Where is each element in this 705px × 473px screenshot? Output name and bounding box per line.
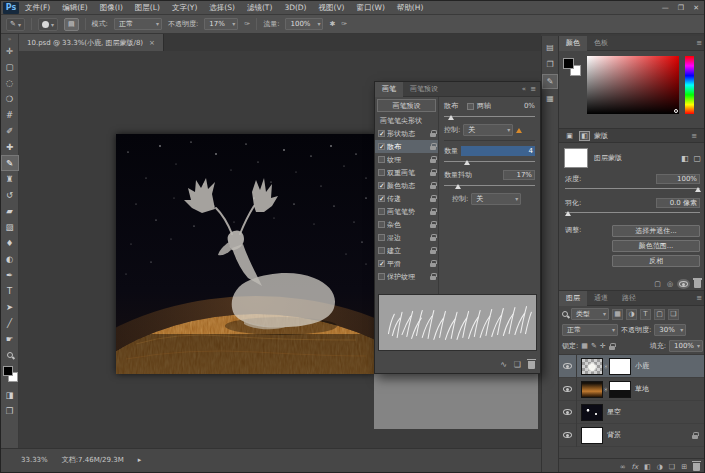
collapsed-panel-2-icon[interactable]: ❐ bbox=[542, 57, 558, 72]
count-value-field[interactable]: 4 bbox=[461, 146, 535, 156]
layer-name[interactable]: 背景 bbox=[607, 430, 621, 440]
fill-select[interactable]: 100% bbox=[669, 340, 703, 352]
foreground-color-chip[interactable] bbox=[563, 58, 574, 69]
density-value[interactable]: 100% bbox=[656, 174, 700, 184]
saturation-brightness-field[interactable] bbox=[587, 56, 679, 114]
tab-channels[interactable]: 通道 bbox=[587, 291, 615, 306]
filter-adjustment-icon[interactable]: ◑ bbox=[626, 309, 637, 320]
pen-pressure-size-icon[interactable]: ✑ bbox=[341, 20, 347, 28]
tab-swatches[interactable]: 色板 bbox=[587, 36, 615, 51]
mask-link-icon[interactable]: ∞ bbox=[603, 363, 610, 369]
lock-icon[interactable] bbox=[430, 263, 436, 267]
control2-select[interactable]: 关 bbox=[471, 193, 521, 205]
option-wet-edges[interactable]: 湿边 bbox=[375, 231, 438, 244]
select-and-mask-button[interactable]: 选择并遮住... bbox=[612, 225, 700, 237]
layer-name[interactable]: 星空 bbox=[607, 407, 621, 417]
color-marker[interactable] bbox=[674, 109, 678, 113]
close-button[interactable]: ✕ bbox=[693, 4, 699, 12]
filter-shape-icon[interactable]: ▢ bbox=[654, 309, 665, 320]
layer-mask-thumbnail[interactable] bbox=[609, 358, 631, 375]
layer-name[interactable]: 小鹿 bbox=[635, 361, 649, 371]
option-shape-dynamics[interactable]: 形状动态 bbox=[375, 127, 438, 140]
blend-mode-select[interactable]: 正常 bbox=[114, 18, 162, 30]
lock-icon[interactable] bbox=[430, 211, 436, 215]
gradient-tool[interactable]: ▨ bbox=[1, 219, 19, 235]
layer-name[interactable]: 草地 bbox=[635, 384, 649, 394]
link-layers-icon[interactable]: ∞ bbox=[620, 463, 626, 471]
pen-tool[interactable]: ✒ bbox=[1, 267, 19, 283]
opacity-select[interactable]: 17% bbox=[204, 18, 238, 30]
load-selection-icon[interactable]: ▢ bbox=[654, 280, 661, 288]
tab-brush[interactable]: 画笔 bbox=[375, 82, 403, 97]
checkbox[interactable] bbox=[378, 130, 385, 137]
document-white-region[interactable] bbox=[374, 374, 538, 429]
lasso-tool[interactable]: ◌ bbox=[1, 75, 19, 91]
menu-layer[interactable]: 图层(L) bbox=[129, 1, 166, 15]
layer-mask-thumbnail[interactable] bbox=[609, 381, 631, 398]
brush-presets-button[interactable]: 画笔预设 bbox=[377, 99, 436, 112]
menu-view[interactable]: 视图(V) bbox=[313, 1, 351, 15]
checkbox[interactable] bbox=[378, 234, 385, 241]
lock-icon[interactable] bbox=[430, 172, 436, 176]
option-build-up[interactable]: 建立 bbox=[375, 244, 438, 257]
history-brush-tool[interactable]: ↺ bbox=[1, 187, 19, 203]
pen-pressure-opacity-icon[interactable]: ✑ bbox=[244, 20, 250, 28]
layer-mask-mode-icon[interactable]: ◧ bbox=[579, 131, 590, 141]
option-texture[interactable]: 纹理 bbox=[375, 153, 438, 166]
clone-stamp-tool[interactable]: ♜ bbox=[1, 171, 19, 187]
delete-mask-icon[interactable] bbox=[694, 280, 701, 288]
screen-mode-button[interactable]: ❐ bbox=[1, 403, 19, 419]
checkbox[interactable] bbox=[378, 273, 385, 280]
lock-icon[interactable] bbox=[430, 159, 436, 163]
lock-icon[interactable] bbox=[430, 185, 436, 189]
flow-select[interactable]: 100% bbox=[285, 18, 323, 30]
brush-tool[interactable]: ✎ bbox=[1, 155, 19, 171]
collapsed-brush-panel-icon[interactable]: ✎ bbox=[542, 74, 558, 89]
option-transfer[interactable]: 传递 bbox=[375, 192, 438, 205]
foreground-color-swatch[interactable] bbox=[3, 366, 13, 376]
density-slider[interactable] bbox=[565, 185, 700, 193]
pixel-mask-icon[interactable]: ▣ bbox=[564, 131, 575, 141]
restore-button[interactable]: ❐ bbox=[678, 4, 684, 12]
visibility-toggle[interactable] bbox=[559, 424, 577, 447]
tab-paths[interactable]: 路径 bbox=[615, 291, 643, 306]
delete-layer-icon[interactable] bbox=[693, 463, 700, 471]
layer-thumbnail[interactable] bbox=[581, 404, 603, 421]
menu-file[interactable]: 文件(F) bbox=[19, 1, 56, 15]
quick-mask-button[interactable]: ◨ bbox=[1, 387, 19, 403]
count-jitter-value[interactable]: 17% bbox=[503, 170, 535, 180]
move-tool[interactable]: ✛ bbox=[1, 43, 19, 59]
lock-position-icon[interactable]: ✛ bbox=[600, 342, 606, 350]
layer-row-grass[interactable]: ∞ 草地 bbox=[559, 378, 705, 401]
path-selection-tool[interactable]: ➤ bbox=[1, 299, 19, 315]
option-protect-texture[interactable]: 保护纹理 bbox=[375, 270, 438, 283]
panel-menu-icon[interactable]: ≡ bbox=[530, 85, 536, 93]
stroke-preview-toggle-icon[interactable]: ∿ bbox=[500, 360, 507, 369]
option-color-dynamics[interactable]: 颜色动态 bbox=[375, 179, 438, 192]
feather-slider[interactable] bbox=[565, 209, 700, 217]
checkbox[interactable] bbox=[378, 260, 385, 267]
tab-close-icon[interactable]: × bbox=[149, 39, 155, 47]
lock-pixels-icon[interactable]: ✎ bbox=[591, 342, 597, 350]
checkbox[interactable] bbox=[378, 169, 385, 176]
visibility-toggle[interactable] bbox=[559, 401, 577, 424]
add-mask-icon[interactable]: ◧ bbox=[644, 463, 651, 471]
document-tab[interactable]: 10.psd @ 33.3%(小鹿, 图层蒙版/8) × bbox=[19, 34, 164, 51]
tab-layers[interactable]: 图层 bbox=[559, 291, 587, 306]
layer-thumbnail[interactable] bbox=[581, 358, 603, 375]
color-range-button[interactable]: 颜色范围... bbox=[612, 240, 700, 252]
lock-icon[interactable] bbox=[430, 198, 436, 202]
quick-selection-tool[interactable]: ❍ bbox=[1, 91, 19, 107]
checkbox[interactable] bbox=[378, 221, 385, 228]
filter-type-icon[interactable]: T bbox=[640, 309, 651, 320]
menu-window[interactable]: 窗口(W) bbox=[351, 1, 391, 15]
panel-menu-icon[interactable]: ≡ bbox=[696, 39, 702, 47]
lock-icon[interactable] bbox=[430, 250, 436, 254]
mask-thumbnail[interactable] bbox=[564, 148, 588, 168]
menu-3d[interactable]: 3D(D) bbox=[278, 1, 312, 15]
invert-button[interactable]: 反相 bbox=[612, 255, 700, 267]
lock-transparency-icon[interactable]: ▦ bbox=[581, 342, 588, 350]
layer-thumbnail[interactable] bbox=[581, 381, 603, 398]
new-layer-icon[interactable]: ⊞ bbox=[681, 463, 687, 471]
toggle-brush-panel-button[interactable]: ▤ bbox=[64, 18, 79, 31]
